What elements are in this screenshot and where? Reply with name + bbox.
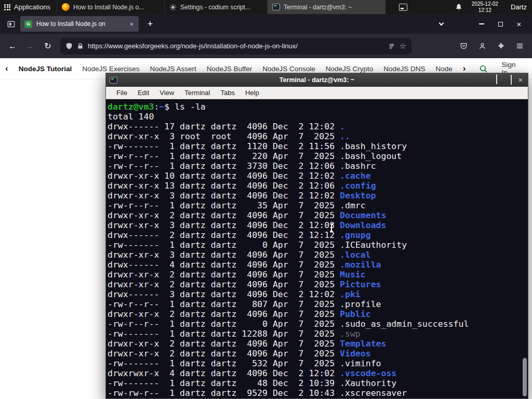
terminal-listing-row: -rw------- 1 dartz dartz 48 Dec 2 10:39 …: [108, 378, 528, 388]
taskbar-right-area: 2025-12-02 12:12 Dartz: [399, 1, 532, 13]
terminal-titlebar[interactable]: Terminal - dartz@vm3: ~ ×: [106, 73, 528, 87]
pocket-icon[interactable]: [456, 39, 471, 54]
terminal-listing-row: drwx------ 2 dartz dartz 4096 Dec 2 12:1…: [108, 230, 528, 240]
terminal-listing-row: drwxr-xr-x 2 dartz dartz 4096 Apr 7 2025…: [108, 309, 528, 319]
taskbar-window-browser[interactable]: How to Install Node.js o...: [57, 0, 164, 14]
notification-bell-icon[interactable]: [455, 3, 462, 11]
terminal-scrollbar-thumb[interactable]: [523, 358, 527, 396]
terminal-listing-row: -rw-r--r-- 1 dartz dartz 220 Apr 7 2025 …: [108, 151, 528, 161]
terminal-output: dartz@vm3:~$ ls -latotal 140drwx------ 1…: [108, 102, 528, 398]
tab-close-icon[interactable]: ×: [128, 20, 135, 28]
lock-icon[interactable]: [77, 43, 84, 49]
new-tab-button[interactable]: +: [143, 17, 157, 31]
system-taskbar: Applications How to Install Node.js o...…: [0, 0, 532, 14]
terminal-listing-row: -rw-r--r-- 1 dartz dartz 3730 Dec 2 12:0…: [108, 161, 528, 171]
tab-title: How to Install Node.js on: [36, 20, 124, 28]
minimize-button[interactable]: [475, 17, 488, 31]
taskbar-window-terminal[interactable]: Terminal - dartz@vm3: ~: [267, 0, 385, 14]
terminal-icon: [110, 77, 117, 84]
close-button[interactable]: ×: [512, 17, 526, 31]
url-text[interactable]: https://www.geeksforgeeks.org/node-js/in…: [88, 42, 384, 50]
terminal-listing-row: -rw------- 1 dartz dartz 12288 Apr 7 202…: [108, 329, 528, 339]
clock-time: 12:12: [472, 7, 498, 14]
taskbar-window-title: Terminal - dartz@vm3: ~: [284, 4, 352, 11]
terminal-listing-row: -rw------- 1 dartz dartz 1120 Dec 2 11:5…: [108, 141, 528, 151]
terminal-title: Terminal - dartz@vm3: ~: [280, 76, 354, 84]
list-all-tabs-button[interactable]: [434, 17, 448, 31]
forward-button[interactable]: →: [23, 39, 37, 54]
applications-label: Applications: [14, 3, 50, 11]
reader-view-icon[interactable]: [388, 43, 395, 50]
nav-scroll-left-icon[interactable]: ‹: [5, 63, 8, 74]
browser-nav-toolbar: ← → ↻ https://www.geeksforgeeks.org/node…: [0, 34, 532, 58]
terminal-listing-row: -rw-r--r-- 1 dartz dartz 807 Apr 7 2025 …: [108, 299, 528, 309]
sitenav-item-exercises[interactable]: NodeJS Exercises: [82, 65, 139, 73]
shade-button[interactable]: [496, 75, 497, 85]
sitenav-item-console[interactable]: NodeJS Console: [262, 65, 315, 73]
terminal-listing-row: drwxr-xr-x 3 dartz dartz 4096 Dec 2 12:0…: [108, 191, 528, 201]
applications-grid-icon: [4, 4, 10, 10]
firefox-icon: [62, 3, 70, 11]
menu-tabs[interactable]: Tabs: [215, 89, 240, 97]
reload-button[interactable]: ↻: [41, 39, 55, 54]
terminal-listing-row: -rw------- 1 dartz dartz 532 Apr 7 2025 …: [108, 358, 528, 368]
clock[interactable]: 2025-12-02 12:12: [472, 1, 498, 13]
close-button[interactable]: ×: [518, 76, 523, 84]
terminal-prompt-line: dartz@vm3:~$ ls -la: [108, 102, 528, 112]
taskbar-window-settings[interactable]: Settings - codium script...: [164, 0, 267, 14]
terminal-listing-row: drwx------ 4 dartz dartz 4096 Apr 7 2025…: [108, 260, 528, 270]
sitenav-item-buffer[interactable]: NodeJS Buffer: [207, 65, 252, 73]
back-button[interactable]: ←: [5, 39, 20, 54]
tray-terminal-icon[interactable]: [399, 4, 407, 11]
terminal-listing-row: -rw------- 1 dartz dartz 0 Apr 7 2025 .I…: [108, 240, 528, 250]
menu-view[interactable]: View: [154, 89, 179, 97]
sitenav-item-tutorial[interactable]: NodeJS Tutorial: [19, 65, 72, 73]
menu-hamburger-icon[interactable]: [512, 39, 527, 54]
screen: Applications How to Install Node.js o...…: [0, 0, 532, 399]
account-icon[interactable]: [475, 39, 489, 54]
menu-edit[interactable]: Edit: [132, 89, 154, 97]
terminal-listing-row: drwxr-xr-x 2 dartz dartz 4096 Apr 7 2025…: [108, 210, 528, 220]
search-icon[interactable]: [479, 64, 488, 73]
menu-help[interactable]: Help: [240, 89, 264, 97]
terminal-menubar: File Edit View Terminal Tabs Help: [106, 87, 528, 99]
mouse-ibeam-cursor: [331, 224, 332, 231]
terminal-listing-row: -rw-rw-r-- 1 dartz dartz 9529 Dec 2 10:4…: [108, 388, 528, 398]
terminal-listing-row: drwx------ 17 dartz dartz 4096 Dec 2 12:…: [108, 122, 528, 131]
terminal-viewport[interactable]: dartz@vm3:~$ ls -latotal 140drwx------ 1…: [106, 99, 528, 398]
terminal-listing-row: drwxrwxr-x 4 dartz dartz 4096 Dec 2 12:0…: [108, 368, 528, 378]
terminal-listing-row: drwxr-xr-x 2 dartz dartz 4096 Apr 7 2025…: [108, 349, 528, 358]
terminal-window-controls: ×: [496, 75, 524, 85]
terminal-total-line: total 140: [108, 112, 528, 122]
browser-tab-active[interactable]: G How to Install Node.js on ×: [20, 16, 139, 32]
terminal-listing-row: drwxr-xr-x 2 dartz dartz 4096 Apr 7 2025…: [108, 270, 528, 280]
terminal-listing-row: drwxr-xr-x 13 dartz dartz 4096 Dec 2 12:…: [108, 181, 528, 191]
menu-terminal[interactable]: Terminal: [179, 89, 215, 97]
url-bar[interactable]: https://www.geeksforgeeks.org/node-js/in…: [60, 38, 411, 55]
sitenav-item-clipped[interactable]: Node: [436, 65, 453, 73]
terminal-listing-row: drwxr-xr-x 3 root root 4096 Apr 7 2025 .…: [108, 131, 528, 141]
taskbar-window-title: Settings - codium script...: [180, 4, 250, 11]
maximize-button[interactable]: [494, 17, 507, 31]
terminal-listing-row: drwxr-xr-x 10 dartz dartz 4096 Dec 2 12:…: [108, 171, 528, 181]
tracking-shield-icon[interactable]: [65, 42, 73, 50]
tabbar-right-controls: ×: [434, 17, 532, 31]
menu-file[interactable]: File: [111, 89, 132, 97]
sitenav-item-dns[interactable]: NodeJS DNS: [383, 65, 425, 73]
bookmark-star-icon[interactable]: ☆: [400, 42, 406, 50]
browser-tab-bar: G How to Install Node.js on × + ×: [0, 14, 532, 34]
terminal-listing-row: -rw-r--r-- 1 dartz dartz 35 Apr 7 2025 .…: [108, 201, 528, 210]
user-menu[interactable]: Dartz: [511, 3, 527, 11]
terminal-listing-row: drwxr-xr-x 2 dartz dartz 4096 Apr 7 2025…: [108, 339, 528, 349]
extensions-icon[interactable]: [494, 39, 508, 54]
maximize-button[interactable]: [511, 75, 512, 85]
sitenav-item-crypto[interactable]: NodeJS Crypto: [326, 65, 374, 73]
applications-menu-button[interactable]: Applications: [0, 0, 57, 14]
firefox-view-button[interactable]: [4, 17, 18, 31]
clock-date: 2025-12-02: [472, 1, 498, 7]
terminal-listing-row: drwxr-xr-x 3 dartz dartz 4096 Apr 7 2025…: [108, 250, 528, 260]
toolbar-right-icons: [456, 39, 527, 54]
sitenav-item-assert[interactable]: NodeJS Assert: [150, 65, 196, 73]
terminal-listing-row: -rw-r--r-- 1 dartz dartz 0 Apr 7 2025 .s…: [108, 319, 528, 329]
nav-scroll-right-icon[interactable]: ›: [463, 63, 466, 74]
